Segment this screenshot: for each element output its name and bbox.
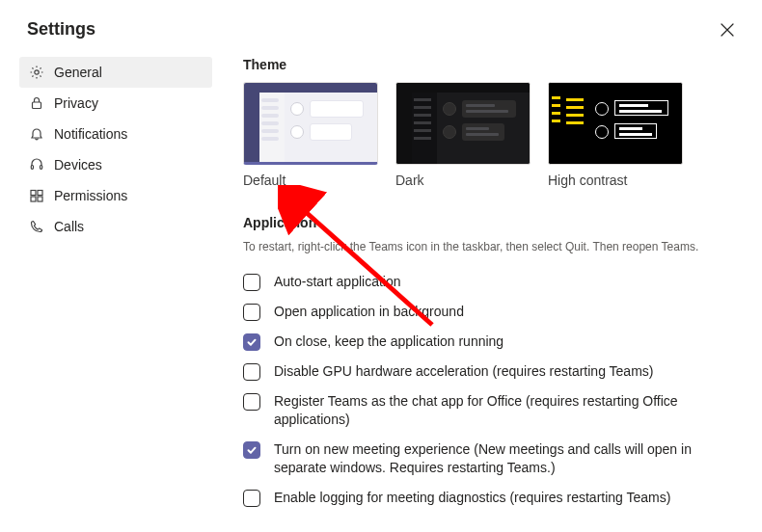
sidebar-item-label: Notifications: [54, 126, 127, 142]
checkbox-label: Turn on new meeting experience (New meet…: [274, 440, 706, 477]
theme-option-dark[interactable]: Dark: [395, 82, 531, 188]
phone-icon: [29, 219, 44, 234]
sidebar-item-label: General: [54, 65, 102, 80]
sidebar-item-notifications[interactable]: Notifications: [19, 119, 212, 149]
theme-preview-high-contrast: [548, 82, 683, 165]
sidebar-item-label: Calls: [54, 219, 84, 234]
sidebar-item-devices[interactable]: Devices: [19, 149, 212, 180]
svg-rect-4: [31, 191, 36, 196]
svg-point-0: [35, 70, 39, 74]
application-heading: Application: [243, 215, 739, 230]
sidebar-item-permissions[interactable]: Permissions: [19, 180, 212, 211]
sidebar-item-privacy[interactable]: Privacy: [19, 88, 212, 119]
checkbox-box: [243, 304, 260, 321]
sidebar-item-label: Permissions: [54, 188, 127, 203]
close-icon: [721, 23, 734, 37]
theme-preview-default: [243, 82, 378, 165]
checkbox-box: [243, 441, 260, 459]
sidebar-item-calls[interactable]: Calls: [19, 211, 212, 242]
checkbox-box: [243, 393, 260, 411]
checkbox-auto-start[interactable]: Auto-start application: [243, 267, 706, 297]
checkbox-label: Auto-start application: [274, 273, 401, 291]
checkbox-label: Enable logging for meeting diagnostics (…: [274, 489, 670, 507]
checkbox-register-chat-app[interactable]: Register Teams as the chat app for Offic…: [243, 386, 706, 435]
close-button[interactable]: [720, 22, 735, 38]
lock-icon: [29, 95, 44, 111]
checkbox-label: Disable GPU hardware acceleration (requi…: [274, 362, 653, 381]
application-description: To restart, right-click the Teams icon i…: [243, 240, 739, 253]
theme-preview-dark: [395, 82, 531, 165]
theme-label: Dark: [395, 173, 531, 188]
checkbox-new-meeting-experience[interactable]: Turn on new meeting experience (New meet…: [243, 435, 706, 483]
theme-label: High contrast: [548, 173, 683, 188]
theme-option-default[interactable]: Default: [243, 82, 378, 188]
svg-rect-7: [38, 197, 42, 201]
checkbox-box: [243, 333, 260, 351]
checkbox-enable-logging[interactable]: Enable logging for meeting diagnostics (…: [243, 483, 706, 513]
gear-icon: [29, 65, 44, 80]
settings-sidebar: General Privacy Notifications Devices Pe…: [19, 57, 212, 513]
sidebar-item-label: Privacy: [54, 95, 98, 111]
svg-rect-6: [31, 197, 36, 201]
bell-icon: [29, 126, 44, 142]
svg-rect-3: [41, 166, 42, 170]
svg-rect-2: [31, 166, 33, 170]
headset-icon: [29, 157, 44, 173]
theme-option-high-contrast[interactable]: High contrast: [548, 82, 683, 188]
checkbox-open-background[interactable]: Open application in background: [243, 297, 706, 327]
checkbox-on-close-keep-running[interactable]: On close, keep the application running: [243, 327, 706, 357]
theme-heading: Theme: [243, 57, 739, 72]
theme-options: Default: [243, 82, 739, 188]
checkbox-box: [243, 363, 260, 381]
theme-label: Default: [243, 173, 378, 188]
checkbox-box: [243, 274, 260, 291]
svg-rect-1: [33, 102, 41, 109]
checkbox-label: On close, keep the application running: [274, 332, 503, 351]
svg-rect-5: [38, 191, 42, 196]
sidebar-item-general[interactable]: General: [19, 57, 212, 88]
checkbox-label: Open application in background: [274, 303, 464, 321]
page-title: Settings: [27, 19, 95, 40]
checkbox-label: Register Teams as the chat app for Offic…: [274, 392, 706, 429]
checkbox-disable-gpu[interactable]: Disable GPU hardware acceleration (requi…: [243, 357, 706, 386]
sidebar-item-label: Devices: [54, 157, 102, 173]
permissions-icon: [29, 188, 44, 203]
checkbox-box: [243, 490, 260, 507]
